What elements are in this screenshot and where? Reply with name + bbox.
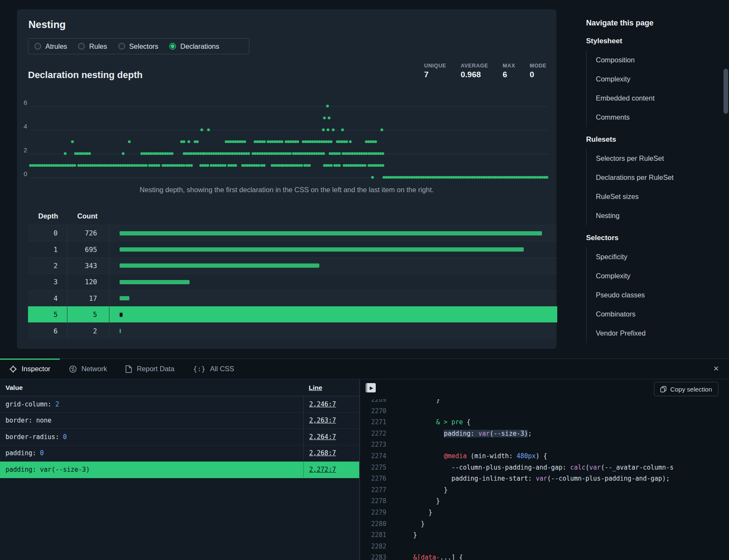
- radio-rules[interactable]: Rules: [78, 42, 107, 50]
- copy-selection-button[interactable]: Copy selection: [654, 382, 718, 396]
- braces-icon: {:}: [193, 365, 205, 373]
- copy-icon: [660, 386, 667, 392]
- depth-row-0[interactable]: 0726: [28, 225, 557, 241]
- scatter-dot: [330, 140, 333, 143]
- line-number: 2276: [360, 473, 386, 484]
- depth-row-2[interactable]: 2343: [28, 258, 557, 274]
- declaration-value: border-radius: 0: [0, 433, 303, 441]
- scatter-dot: [382, 164, 385, 167]
- scatter-dot: [207, 129, 210, 132]
- radio-unselected-icon[interactable]: [34, 43, 41, 50]
- inspector-row[interactable]: border: none2,263:7: [0, 413, 359, 429]
- depth-row-6[interactable]: 62: [28, 322, 557, 339]
- code-line-2277: 2277 }: [360, 484, 729, 496]
- scatter-dot: [371, 176, 374, 179]
- line-number: 2273: [360, 439, 386, 451]
- code-line-2273: 2273: [360, 439, 729, 451]
- depth-count-table: Depth Count 07261695234331204175562: [28, 207, 557, 339]
- nav-item-specificity[interactable]: Specificity: [587, 247, 726, 266]
- stat-value: 7: [424, 70, 446, 79]
- nav-item-combinators[interactable]: Combinators: [587, 305, 726, 324]
- line-link[interactable]: 2,272:7: [309, 466, 336, 473]
- radio-declarations[interactable]: Declarations: [169, 42, 219, 50]
- scatter-dot: [263, 164, 266, 167]
- count-cell: 726: [67, 225, 109, 241]
- nav-section-selectors: Selectors: [586, 234, 726, 242]
- depth-cell: 5: [28, 307, 67, 322]
- radio-selectors[interactable]: Selectors: [118, 42, 159, 50]
- line-number: 2280: [360, 518, 386, 530]
- radio-unselected-icon[interactable]: [118, 43, 125, 50]
- code-line-2276: 2276 padding-inline-start: var(--column-…: [360, 473, 729, 484]
- nav-item-complexity[interactable]: Complexity: [587, 70, 726, 89]
- stats-summary: UNIQUE7AVERAGE0.968MAX6MODE0: [424, 63, 547, 79]
- page-title: Nesting: [28, 19, 66, 31]
- sidebar-toggle-icon[interactable]: ▶: [366, 383, 376, 392]
- line-link[interactable]: 2,264:7: [309, 433, 336, 441]
- code-line-2275: 2275 --column-plus-padding-and-gap: calc…: [360, 462, 729, 473]
- nav-item-complexity[interactable]: Complexity: [587, 266, 726, 286]
- nav-item-composition[interactable]: Composition: [587, 50, 726, 70]
- window-scrollbar-thumb[interactable]: [723, 69, 728, 114]
- nesting-depth-scatter-chart: 6420: [17, 95, 556, 195]
- scatter-dot: [330, 164, 333, 167]
- nav-item-embedded-content[interactable]: Embedded content: [587, 89, 726, 108]
- nav-item-pseudo-classes[interactable]: Pseudo classes: [587, 286, 726, 305]
- line-number: 2278: [360, 496, 386, 507]
- nav-item-ruleset-sizes[interactable]: RuleSet sizes: [587, 187, 726, 206]
- declaration-value: border: none: [0, 417, 303, 424]
- nav-item-comments[interactable]: Comments: [587, 108, 726, 127]
- radio-selected-icon[interactable]: [169, 43, 176, 50]
- scatter-dot: [88, 152, 91, 155]
- scatter-dot: [326, 105, 329, 108]
- tab-network[interactable]: Network: [60, 359, 117, 379]
- tab-report-data[interactable]: Report Data: [116, 359, 184, 379]
- radio-atrules[interactable]: Atrules: [34, 42, 67, 50]
- scatter-dot: [201, 129, 204, 132]
- count-cell: 2: [67, 323, 109, 339]
- scatter-dot: [145, 164, 148, 167]
- depth-cell: 6: [28, 323, 67, 339]
- count-cell: 5: [67, 307, 109, 322]
- inspector-row[interactable]: border-radius: 02,264:7: [0, 429, 359, 445]
- radio-label: Selectors: [129, 42, 159, 50]
- inspector-table-header: Value Line: [0, 379, 359, 396]
- line-link[interactable]: 2,246:7: [309, 400, 336, 408]
- line-column-header[interactable]: Line: [309, 384, 322, 392]
- inspector-row[interactable]: padding: var(--size-3)2,272:7: [0, 462, 359, 478]
- depth-row-3[interactable]: 3120: [28, 274, 557, 290]
- y-axis-tick-label: 2: [24, 146, 27, 154]
- tab-inspector[interactable]: Inspector: [0, 359, 60, 379]
- scatter-dot: [308, 164, 311, 167]
- scatter-dot: [289, 152, 292, 155]
- line-link[interactable]: 2,263:7: [309, 417, 336, 424]
- scatter-dot: [322, 129, 325, 132]
- nav-item-nesting[interactable]: Nesting: [587, 206, 726, 225]
- nav-item-vendor-prefixed[interactable]: Vendor Prefixed: [587, 324, 726, 343]
- radio-unselected-icon[interactable]: [78, 43, 85, 50]
- depth-row-5[interactable]: 55: [28, 306, 557, 322]
- inspector-row[interactable]: grid-column: 22,246:7: [0, 396, 359, 413]
- line-number: 2269: [360, 399, 386, 406]
- inspector-value-table: Value Line grid-column: 22,246:7border: …: [0, 379, 360, 560]
- close-icon[interactable]: ×: [713, 364, 719, 373]
- tab-all-css[interactable]: {:}All CSS: [184, 359, 243, 379]
- crosshair-icon: [9, 365, 17, 373]
- nav-item-selectors-per-ruleset[interactable]: Selectors per RuleSet: [587, 149, 726, 168]
- inspector-row[interactable]: padding: 02,268:7: [0, 445, 359, 462]
- scatter-dot: [73, 164, 76, 167]
- network-icon: [69, 365, 77, 373]
- count-bar: [120, 280, 190, 284]
- code-line-2282: 2282: [360, 541, 729, 552]
- depth-row-4[interactable]: 417: [28, 290, 557, 306]
- devtools-panel: InspectorNetworkReport Data{:}All CSS × …: [0, 358, 729, 560]
- radio-label: Rules: [89, 42, 107, 50]
- count-cell: 120: [67, 274, 109, 290]
- scatter-dot: [281, 140, 284, 143]
- code-editor[interactable]: 2269 }22702271 & > pre {2272 padding: va…: [360, 399, 729, 560]
- nav-item-declarations-per-ruleset[interactable]: Declarations per RuleSet: [587, 168, 726, 187]
- nav-title: Navigate this page: [586, 19, 726, 28]
- depth-row-1[interactable]: 1695: [28, 241, 557, 257]
- line-link[interactable]: 2,268:7: [309, 449, 336, 457]
- declaration-value: padding: 0: [0, 449, 303, 457]
